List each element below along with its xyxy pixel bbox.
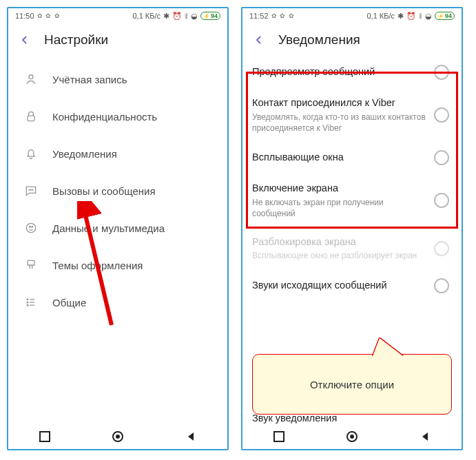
battery-icon: 94 bbox=[435, 12, 455, 20]
alarm-icon: ⏰ bbox=[172, 12, 182, 21]
status-time: 11:52 bbox=[249, 12, 269, 20]
status-gears-icon: ✿ ✿ ✿ bbox=[37, 12, 61, 19]
svg-point-5 bbox=[26, 223, 35, 232]
notif-subtitle: Не включать экран при получении сообщени… bbox=[252, 197, 427, 219]
status-time: 11:50 bbox=[15, 12, 34, 20]
wifi-icon: ◒ bbox=[191, 12, 198, 21]
svg-point-18 bbox=[350, 435, 354, 439]
svg-rect-8 bbox=[28, 260, 34, 265]
settings-item-label: Вызовы и сообщения bbox=[52, 185, 156, 197]
svg-rect-16 bbox=[274, 432, 284, 441]
settings-item-label: Конфиденциальность bbox=[52, 111, 157, 123]
bluetooth-icon: ✱ bbox=[397, 12, 404, 21]
notif-title: Разблокировка экрана bbox=[252, 236, 427, 249]
svg-point-4 bbox=[32, 189, 33, 190]
nav-recents[interactable] bbox=[272, 430, 286, 443]
status-gears-icon: ✿ ✿ ✿ bbox=[271, 12, 295, 19]
status-bar: 11:50 ✿ ✿ ✿ 0,1 КБ/с ✱ ⏰ ⫴ ◒ 94 bbox=[8, 8, 227, 23]
notifications-list: Предпросмотр сообщений Контакт присоедин… bbox=[242, 56, 462, 424]
wifi-icon: ◒ bbox=[425, 12, 432, 21]
callout-text: Отключите опции bbox=[310, 379, 394, 390]
settings-item-label: Данные и мультимедиа bbox=[52, 222, 165, 234]
notif-title: Контакт присоединился к Viber bbox=[252, 96, 427, 110]
settings-item-label: Общие bbox=[52, 297, 86, 309]
app-bar: Уведомления bbox=[242, 23, 462, 56]
alarm-icon: ⏰ bbox=[406, 12, 416, 21]
svg-point-10 bbox=[27, 302, 28, 303]
bell-icon bbox=[23, 146, 39, 161]
svg-rect-13 bbox=[40, 432, 50, 441]
nav-bar bbox=[242, 424, 462, 449]
settings-item-account[interactable]: Учётная запись bbox=[8, 61, 227, 98]
brush-icon bbox=[23, 258, 39, 273]
back-button[interactable] bbox=[252, 33, 266, 47]
notif-item-contact-joined[interactable]: Контакт присоединился к Viber Уведомлять… bbox=[242, 88, 462, 142]
nav-home[interactable] bbox=[345, 430, 359, 443]
notif-title: Предпросмотр сообщений bbox=[252, 65, 427, 79]
phone-left-settings: 11:50 ✿ ✿ ✿ 0,1 КБ/с ✱ ⏰ ⫴ ◒ 94 Настройк… bbox=[7, 7, 229, 450]
settings-item-calls[interactable]: Вызовы и сообщения bbox=[8, 172, 227, 209]
svg-point-3 bbox=[31, 189, 32, 190]
annotation-callout: Отключите опции bbox=[252, 354, 452, 415]
notif-item-screen-on[interactable]: Включение экрана Не включать экран при п… bbox=[242, 174, 462, 227]
bluetooth-icon: ✱ bbox=[163, 12, 169, 21]
toggle-radio[interactable] bbox=[434, 241, 449, 256]
media-icon bbox=[23, 220, 39, 236]
toggle-radio[interactable] bbox=[434, 150, 449, 165]
app-bar: Настройки bbox=[8, 23, 227, 56]
user-icon bbox=[23, 72, 39, 87]
status-net: 0,1 КБ/с bbox=[132, 12, 161, 20]
notif-item-outgoing-sounds[interactable]: Звуки исходящих сообщений bbox=[242, 270, 462, 302]
svg-rect-1 bbox=[28, 116, 34, 121]
svg-point-7 bbox=[32, 227, 33, 228]
svg-point-15 bbox=[116, 435, 120, 439]
notif-subtitle: Уведомлять, когда кто-то из ваших контак… bbox=[252, 112, 427, 134]
toggle-radio[interactable] bbox=[434, 65, 449, 80]
settings-list: Учётная запись Конфиденциальность Уведом… bbox=[8, 56, 227, 424]
chat-icon bbox=[23, 183, 39, 198]
phone-right-notifications: 11:52 ✿ ✿ ✿ 0,1 КБ/с ✱ ⏰ ⫴ ◒ 94 Уведомле… bbox=[241, 7, 463, 450]
settings-item-label: Учётная запись bbox=[52, 74, 127, 85]
page-title: Настройки bbox=[44, 32, 108, 48]
settings-item-privacy[interactable]: Конфиденциальность bbox=[8, 98, 227, 135]
nav-home[interactable] bbox=[111, 430, 125, 443]
nav-recents[interactable] bbox=[38, 430, 52, 443]
svg-point-0 bbox=[29, 75, 33, 79]
signal-icon: ⫴ bbox=[185, 12, 188, 21]
battery-icon: 94 bbox=[200, 12, 220, 20]
page-title: Уведомления bbox=[278, 32, 360, 48]
settings-item-label: Темы оформления bbox=[52, 260, 143, 271]
status-bar: 11:52 ✿ ✿ ✿ 0,1 КБ/с ✱ ⏰ ⫴ ◒ 94 bbox=[242, 8, 462, 23]
toggle-radio[interactable] bbox=[434, 278, 449, 293]
settings-item-themes[interactable]: Темы оформления bbox=[8, 247, 227, 284]
settings-item-notifications[interactable]: Уведомления bbox=[8, 135, 227, 172]
list-icon bbox=[23, 295, 39, 310]
notif-subtitle: Всплывающее окно не разблокирует экран bbox=[252, 250, 427, 261]
signal-icon: ⫴ bbox=[419, 12, 422, 21]
svg-point-11 bbox=[27, 304, 28, 306]
notif-item-preview[interactable]: Предпросмотр сообщений bbox=[242, 56, 462, 88]
nav-back[interactable] bbox=[184, 430, 198, 443]
notif-title: Всплывающие окна bbox=[252, 151, 427, 165]
notif-title: Включение экрана bbox=[252, 182, 427, 196]
settings-item-general[interactable]: Общие bbox=[8, 284, 227, 321]
toggle-radio[interactable] bbox=[434, 193, 449, 208]
notif-title: Звуки исходящих сообщений bbox=[252, 279, 427, 293]
status-net: 0,1 КБ/с bbox=[366, 12, 395, 20]
toggle-radio[interactable] bbox=[434, 107, 449, 123]
lock-icon bbox=[23, 109, 39, 124]
back-button[interactable] bbox=[18, 33, 32, 47]
settings-item-data[interactable]: Данные и мультимедиа bbox=[8, 209, 227, 247]
nav-back[interactable] bbox=[418, 430, 432, 443]
svg-point-2 bbox=[29, 189, 30, 190]
settings-item-label: Уведомления bbox=[52, 148, 117, 160]
svg-point-6 bbox=[30, 227, 31, 228]
nav-bar bbox=[8, 424, 227, 449]
notif-item-popups[interactable]: Всплывающие окна bbox=[242, 142, 462, 174]
notif-item-unlock[interactable]: Разблокировка экрана Всплывающее окно не… bbox=[242, 227, 462, 270]
svg-point-9 bbox=[27, 299, 28, 300]
